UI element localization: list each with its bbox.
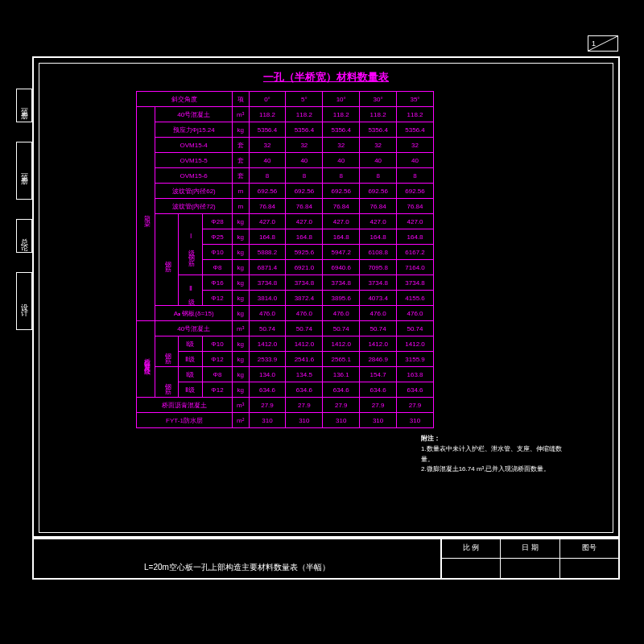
scale-header: 比 例 xyxy=(442,538,500,559)
page-number: 1 xyxy=(588,39,596,47)
side-tabs: 第一册 第一册 总 论 设 计 xyxy=(16,89,32,330)
num-header: 图号 xyxy=(560,538,618,559)
drawing-title: L=20m空心板一孔上部构造主要材料数量表（半幅） xyxy=(34,538,441,578)
drawing-frame: 一孔（半桥宽）材料数量表 斜交角度项0°5°10°30°35°箱 梁40号混凝土… xyxy=(32,56,620,539)
note-2: 2.微膨混凝土16.74 m³,已并入现浇桥面数量。 xyxy=(421,465,550,473)
notes-head: 附注： xyxy=(421,435,440,442)
drawing-inner: 一孔（半桥宽）材料数量表 斜交角度项0°5°10°30°35°箱 梁40号混凝土… xyxy=(39,63,613,533)
table-title: 一孔（半桥宽）材料数量表 xyxy=(39,70,613,85)
tab-4: 设 计 xyxy=(16,272,32,330)
page-corner: 1 xyxy=(588,35,618,52)
date-header: 日 期 xyxy=(501,538,559,559)
date-value xyxy=(501,559,559,579)
material-table: 斜交角度项0°5°10°30°35°箱 梁40号混凝土m³118.2118.21… xyxy=(136,91,434,428)
tab-3: 总 论 xyxy=(16,219,32,253)
num-value xyxy=(560,559,618,579)
scale-value xyxy=(442,559,500,579)
tab-2: 第一册 xyxy=(16,142,32,200)
note-1: 1.数量表中未计入护栏、泄水管、支座、伸缩缝数量。 xyxy=(421,445,562,463)
tab-1: 第一册 xyxy=(16,89,32,122)
title-block: L=20m空心板一孔上部构造主要材料数量表（半幅） 比 例 日 期 图号 xyxy=(32,536,620,580)
notes: 附注： 1.数量表中未计入护栏、泄水管、支座、伸缩缝数量。 2.微膨混凝土16.… xyxy=(421,434,566,475)
